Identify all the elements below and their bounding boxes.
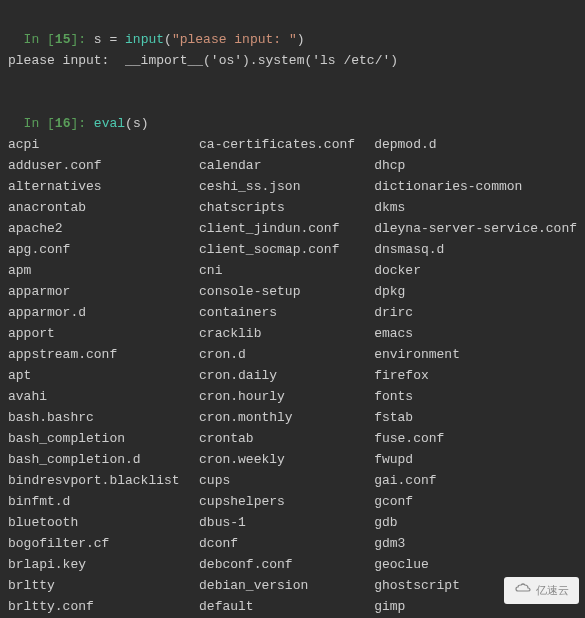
file-entry: dhcp: [374, 155, 577, 176]
ls-column-3: depmod.d dhcp dictionaries-common dkms d…: [374, 134, 577, 618]
file-entry: environment: [374, 344, 577, 365]
in-prompt-prefix: In [: [24, 116, 55, 131]
file-entry: brltty.conf: [8, 596, 199, 617]
file-entry: bindresvport.blacklist: [8, 470, 199, 491]
file-entry: debconf.conf: [199, 554, 374, 575]
file-entry: brltty: [8, 575, 199, 596]
file-entry: dpkg: [374, 281, 577, 302]
file-entry: dleyna-server-service.conf: [374, 218, 577, 239]
file-entry: cron.d: [199, 344, 374, 365]
file-entry: brlapi.key: [8, 554, 199, 575]
file-entry: cracklib: [199, 323, 374, 344]
code-func: input: [125, 32, 164, 47]
code-close: ): [141, 116, 149, 131]
file-entry: bash_completion.d: [8, 449, 199, 470]
code-open: (: [164, 32, 172, 47]
file-entry: cron.weekly: [199, 449, 374, 470]
file-entry: cupshelpers: [199, 491, 374, 512]
file-entry: cron.hourly: [199, 386, 374, 407]
watermark-badge: 亿速云: [504, 577, 579, 604]
blank-line: [8, 71, 577, 92]
file-entry: apparmor.d: [8, 302, 199, 323]
input-cell-16: In [16]: eval(s): [8, 92, 577, 134]
file-entry: dnsmasq.d: [374, 239, 577, 260]
file-entry: emacs: [374, 323, 577, 344]
file-entry: fonts: [374, 386, 577, 407]
code-close: ): [297, 32, 305, 47]
ls-column-1: acpi adduser.conf alternatives anacronta…: [8, 134, 199, 618]
file-entry: geoclue: [374, 554, 577, 575]
file-entry: ceshi_ss.json: [199, 176, 374, 197]
file-entry: appstream.conf: [8, 344, 199, 365]
code-var: s: [94, 32, 102, 47]
file-entry: bogofilter.cf: [8, 533, 199, 554]
file-entry: fuse.conf: [374, 428, 577, 449]
file-entry: console-setup: [199, 281, 374, 302]
file-entry: apg.conf: [8, 239, 199, 260]
file-entry: bash.bashrc: [8, 407, 199, 428]
file-entry: dconf: [199, 533, 374, 554]
file-entry: chatscripts: [199, 197, 374, 218]
file-entry: cron.daily: [199, 365, 374, 386]
file-entry: drirc: [374, 302, 577, 323]
file-entry: firefox: [374, 365, 577, 386]
file-entry: binfmt.d: [8, 491, 199, 512]
file-entry: client_socmap.conf: [199, 239, 374, 260]
file-entry: cron.monthly: [199, 407, 374, 428]
ls-output: acpi adduser.conf alternatives anacronta…: [8, 134, 577, 618]
file-entry: gdb: [374, 512, 577, 533]
file-entry: debian_version: [199, 575, 374, 596]
file-entry: gai.conf: [374, 470, 577, 491]
code-arg: s: [133, 116, 141, 131]
file-entry: apt: [8, 365, 199, 386]
file-entry: default: [199, 596, 374, 617]
file-entry: adduser.conf: [8, 155, 199, 176]
file-entry: apm: [8, 260, 199, 281]
file-entry: acpi: [8, 134, 199, 155]
file-entry: docker: [374, 260, 577, 281]
file-entry: alternatives: [8, 176, 199, 197]
watermark-text: 亿速云: [536, 580, 569, 601]
file-entry: client_jindun.conf: [199, 218, 374, 239]
file-entry: apport: [8, 323, 199, 344]
in-prompt-prefix: In [: [24, 32, 55, 47]
file-entry: ca-certificates.conf: [199, 134, 374, 155]
code-arg: "please input: ": [172, 32, 297, 47]
file-entry: dictionaries-common: [374, 176, 577, 197]
file-entry: dkms: [374, 197, 577, 218]
file-entry: dbus-1: [199, 512, 374, 533]
file-entry: gconf: [374, 491, 577, 512]
file-entry: fwupd: [374, 449, 577, 470]
input-cell-15: In [15]: s = input("please input: "): [8, 8, 577, 50]
file-entry: calendar: [199, 155, 374, 176]
file-entry: avahi: [8, 386, 199, 407]
file-entry: anacrontab: [8, 197, 199, 218]
file-entry: bash_completion: [8, 428, 199, 449]
in-prompt-num: 16: [55, 116, 71, 131]
file-entry: gdm3: [374, 533, 577, 554]
code-open: (: [125, 116, 133, 131]
in-prompt-suffix: ]:: [70, 32, 93, 47]
file-entry: depmod.d: [374, 134, 577, 155]
in-prompt-suffix: ]:: [70, 116, 93, 131]
file-entry: apache2: [8, 218, 199, 239]
file-entry: apparmor: [8, 281, 199, 302]
file-entry: cups: [199, 470, 374, 491]
in-prompt-num: 15: [55, 32, 71, 47]
file-entry: bluetooth: [8, 512, 199, 533]
code-assign: =: [102, 32, 125, 47]
code-func: eval: [94, 116, 125, 131]
cloud-icon: [514, 580, 532, 601]
file-entry: crontab: [199, 428, 374, 449]
file-entry: cni: [199, 260, 374, 281]
file-entry: containers: [199, 302, 374, 323]
stdin-echo: please input: __import__('os').system('l…: [8, 50, 577, 71]
ls-column-2: ca-certificates.conf calendar ceshi_ss.j…: [199, 134, 374, 618]
file-entry: fstab: [374, 407, 577, 428]
